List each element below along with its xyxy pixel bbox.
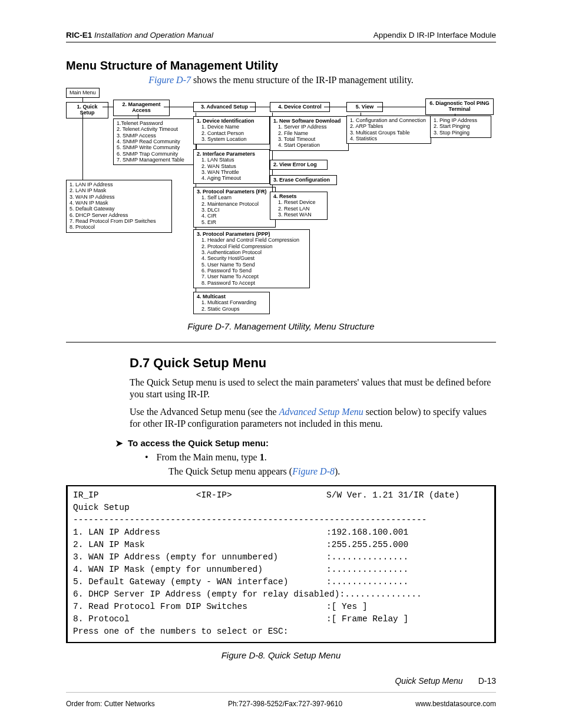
view-items: 1. Configuration and Connection 2. ARP T… <box>346 116 431 144</box>
bullet-icon: • <box>145 452 148 463</box>
quick-setup-terminal: IR_IP <IR-IP>S/W Ver. 1.21 31/IR (date)Q… <box>66 485 496 643</box>
footer-rule <box>66 692 496 693</box>
procedure-step: • From the Main menu, type 1. <box>145 452 496 463</box>
dc-erase-config: 3. Erase Configuration <box>270 175 337 185</box>
hdr-left-rest: Installation and Operation Manual <box>92 31 213 39</box>
adv-protocol-fr: 3. Protocol Parameters (FR) 1. Self Lear… <box>193 187 276 228</box>
figure-d8-caption: Figure D-8. Quick Setup Menu <box>66 650 496 660</box>
page-footer-right: Quick Setup MenuD-13 <box>395 676 496 686</box>
intro-line: Figure D-7 shows the menu structure of t… <box>66 75 496 85</box>
section-heading-d7: D.7 Quick Setup Menu <box>130 355 496 371</box>
dc-view-error-log: 2. View Error Log <box>270 160 328 170</box>
hdr-right: Appendix D IR-IP Interface Module <box>373 31 496 39</box>
procedure-result: The Quick Setup menu appears (Figure D-8… <box>168 466 496 477</box>
advanced-setup-link[interactable]: Advanced Setup Menu <box>279 407 363 417</box>
para-1: The Quick Setup menu is used to select t… <box>130 377 496 400</box>
adv-device-id: 1. Device Identification 1. Device Name … <box>193 116 270 144</box>
figure-d8-link[interactable]: Figure D-8 <box>292 466 335 476</box>
adv-protocol-ppp: 3. Protocol Parameters (PPP) 1. Header a… <box>193 229 310 288</box>
arrow-icon: ➤ <box>115 438 123 449</box>
para-2: Use the Advanced Setup menu (see the Adv… <box>130 406 496 430</box>
dc-resets: 4. Resets 1. Reset Device 2. Reset LAN 3… <box>270 192 328 220</box>
node-main-menu: Main Menu <box>66 88 100 98</box>
adv-interface-params: 2. Interface Parameters 1. LAN Status 2.… <box>193 149 270 184</box>
node-quick-setup: 1. Quick Setup <box>66 102 108 118</box>
section-divider <box>66 342 496 342</box>
order-footer: Order from: Cutter Networks Ph:727-398-5… <box>66 700 496 708</box>
figure-d7-caption: Figure D-7. Management Utility, Menu Str… <box>66 321 496 331</box>
hdr-product: RIC-E1 <box>66 31 92 39</box>
diag-items: 1. Ping IP Address 2. Start Pinging 3. S… <box>430 116 491 138</box>
node-diagnostic: 6. Diagnostic Tool PING Terminal <box>425 98 494 115</box>
section-title-menu-structure: Menu Structure of Management Utility <box>66 59 496 73</box>
menu-structure-diagram: Main Menu 1. Quick Setup 2. Management A… <box>66 88 496 318</box>
mgmt-access-items: 1.Telenet Password2. Telenet Activity Ti… <box>113 118 197 165</box>
node-device-control: 4. Device Control <box>270 102 330 112</box>
figure-d7-link[interactable]: Figure D-7 <box>148 75 191 85</box>
adv-multicast: 4. Multicast 1. Multicast Forwarding 2. … <box>193 292 270 314</box>
node-advanced-setup: 3. Advanced Setup <box>193 102 256 112</box>
procedure-heading: ➤ To access the Quick Setup menu: <box>130 438 496 449</box>
dc-new-software: 1. New Software Download 1. Server IP Ad… <box>270 116 349 151</box>
node-mgmt-access: 2. Management Access <box>113 100 170 116</box>
page-header: RIC-E1 Installation and Operation Manual… <box>66 31 496 42</box>
quick-setup-items: 1. LAN IP Address2. LAN IP Mask 3. WAN I… <box>66 180 172 233</box>
